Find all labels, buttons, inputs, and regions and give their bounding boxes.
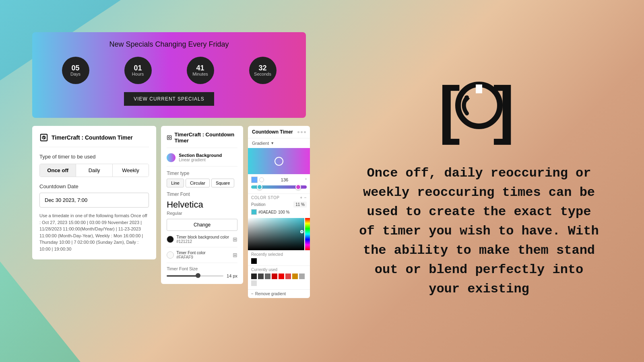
tab-circular[interactable]: Circular bbox=[186, 179, 210, 187]
help-text: Use a timedate in one of the following f… bbox=[39, 212, 149, 252]
type-tabs: Line Circular Square bbox=[167, 179, 237, 187]
opacity-circle bbox=[259, 177, 264, 182]
swatch-silver[interactable] bbox=[251, 280, 257, 286]
hex-row: 136 ° bbox=[251, 177, 307, 183]
color-stop-row: #0AEAED 100 % bbox=[251, 209, 307, 215]
countdown-circles: 05 Days 01 Hours 41 Minutes 32 Sec bbox=[44, 57, 294, 84]
seconds-label: Seconds bbox=[254, 72, 271, 76]
countdown-banner: New Specials Changing Every Friday 05 Da… bbox=[32, 32, 306, 118]
position-value: 11 % bbox=[293, 202, 307, 208]
timercraft-icon-2 bbox=[167, 134, 172, 141]
svg-text:]: ] bbox=[493, 73, 514, 145]
right-section: [ ] Once off, daily reoccuring or weekly… bbox=[314, 0, 644, 362]
hue-bar[interactable] bbox=[305, 218, 310, 250]
swatch-gray[interactable] bbox=[265, 274, 270, 279]
swatch-darkgray[interactable] bbox=[258, 274, 264, 279]
days-circle: 05 Days bbox=[62, 57, 89, 84]
panel2-title: TimerCraft : Countdown Timer bbox=[175, 132, 237, 144]
font-color-label: Timer Font color bbox=[176, 251, 205, 255]
hue-thumb-right[interactable] bbox=[295, 184, 301, 190]
gradient-label[interactable]: Gradient ▼ bbox=[248, 138, 310, 148]
minus-icon: − bbox=[251, 292, 254, 296]
minutes-label: Minutes bbox=[192, 72, 208, 76]
timer-type-buttons: Once off Daily Weekly bbox=[39, 164, 149, 177]
recently-section: Recently selected bbox=[248, 250, 310, 265]
color-stop-section: COLOR STOP + − Position 11 % #0AEAED 100… bbox=[248, 193, 310, 218]
days-label: Days bbox=[70, 72, 80, 76]
currently-label: Currently used bbox=[251, 267, 307, 272]
view-specials-button[interactable]: VIEW CURRENT SPECIALS bbox=[124, 92, 214, 106]
currently-used-section: Currently used bbox=[248, 265, 310, 289]
timer-type-section-label: Timer type bbox=[167, 171, 237, 176]
svg-rect-2 bbox=[167, 136, 171, 140]
panel2-header: TimerCraft : Countdown Timer bbox=[167, 132, 237, 148]
picker-title: Countdown Timer bbox=[252, 129, 293, 135]
swatch-dark[interactable] bbox=[251, 274, 257, 279]
hours-circle: 01 Hours bbox=[124, 57, 152, 84]
timercraft-icon bbox=[39, 133, 48, 142]
recently-label: Recently selected bbox=[251, 252, 307, 257]
date-input[interactable] bbox=[39, 193, 149, 208]
change-font-button[interactable]: Change bbox=[167, 219, 237, 231]
position-label: Position bbox=[251, 202, 266, 207]
weekly-button[interactable]: Weekly bbox=[113, 164, 149, 177]
minutes-item: 41 Minutes bbox=[187, 57, 214, 84]
hours-number: 01 bbox=[134, 64, 142, 72]
swatch-red[interactable] bbox=[272, 274, 277, 279]
color-stop-add-icon[interactable]: + bbox=[300, 195, 302, 200]
swatch-lightgray[interactable] bbox=[299, 274, 305, 279]
font-color-row: Timer Font color #FAFAF9 ⊞ bbox=[167, 251, 237, 263]
font-size-row: Timer Font Size 14 px bbox=[167, 266, 237, 278]
font-name: Helvetica bbox=[167, 200, 237, 210]
font-style: Regular bbox=[167, 211, 237, 216]
font-size-slider-row: 14 px bbox=[167, 274, 237, 278]
main-color-gradient[interactable] bbox=[248, 218, 310, 250]
recent-swatch-black[interactable] bbox=[251, 258, 257, 264]
seconds-circle: 32 Seconds bbox=[249, 57, 277, 84]
tab-line[interactable]: Line bbox=[167, 179, 184, 187]
seconds-item: 32 Seconds bbox=[249, 57, 277, 84]
timer-type-row: Timer type Line Circular Square bbox=[167, 171, 237, 187]
swatch-red2[interactable] bbox=[279, 274, 284, 279]
tab-square[interactable]: Square bbox=[211, 179, 234, 187]
color-stop-header: COLOR STOP + − bbox=[251, 195, 307, 200]
stop-hex: #0AEAED bbox=[258, 210, 277, 214]
left-section: New Specials Changing Every Friday 05 Da… bbox=[32, 32, 310, 298]
section-bg-label: Section Background bbox=[179, 153, 222, 158]
current-swatches bbox=[251, 274, 307, 286]
block-bg-swatch bbox=[167, 236, 174, 243]
degree-icon: ° bbox=[305, 178, 307, 182]
once-off-button[interactable]: Once off bbox=[40, 164, 76, 177]
minutes-circle: 41 Minutes bbox=[187, 57, 214, 84]
days-item: 05 Days bbox=[62, 57, 89, 84]
font-size-value: 14 px bbox=[227, 274, 237, 278]
block-bg-color-info: Timer block background color #121212 bbox=[167, 235, 229, 244]
banner-title: New Specials Changing Every Friday bbox=[44, 40, 294, 49]
hex-value[interactable]: 136 bbox=[266, 177, 303, 182]
font-size-label: Timer Font Size bbox=[167, 266, 237, 271]
font-color-edit-icon[interactable]: ⊞ bbox=[233, 252, 237, 258]
swatch-rose[interactable] bbox=[285, 274, 291, 279]
hours-label: Hours bbox=[132, 72, 144, 76]
hue-slider[interactable] bbox=[251, 185, 307, 189]
gradient-circle-handle[interactable] bbox=[275, 157, 283, 166]
timer-type-label: Type of timer to be used bbox=[39, 154, 149, 160]
daily-button[interactable]: Daily bbox=[76, 164, 112, 177]
timer-panel-1: TimerCraft : Countdown Timer Type of tim… bbox=[32, 126, 156, 259]
block-bg-edit-icon[interactable]: ⊞ bbox=[233, 236, 237, 243]
font-color-swatch bbox=[167, 251, 174, 259]
gradient-preview bbox=[248, 148, 310, 174]
font-label: Timer Font bbox=[167, 191, 237, 197]
countdown-date-label: Countdown Date bbox=[39, 183, 149, 189]
font-color-value: #FAFAF9 bbox=[176, 255, 205, 259]
color-swatch-small[interactable] bbox=[251, 177, 258, 183]
timer-panel-2: TimerCraft : Countdown Timer Section Bac… bbox=[161, 126, 243, 284]
hue-thumb-left[interactable] bbox=[257, 184, 262, 190]
font-size-slider[interactable] bbox=[167, 275, 223, 277]
color-stop-remove-icon[interactable]: − bbox=[304, 195, 307, 200]
panel-row: TimerCraft : Countdown Timer Type of tim… bbox=[32, 126, 310, 298]
position-row: Position 11 % bbox=[251, 202, 307, 208]
section-bg-type: Linear gradient bbox=[179, 158, 222, 162]
swatch-orange[interactable] bbox=[292, 274, 298, 279]
remove-gradient-btn[interactable]: − Remove gradient bbox=[248, 289, 310, 298]
